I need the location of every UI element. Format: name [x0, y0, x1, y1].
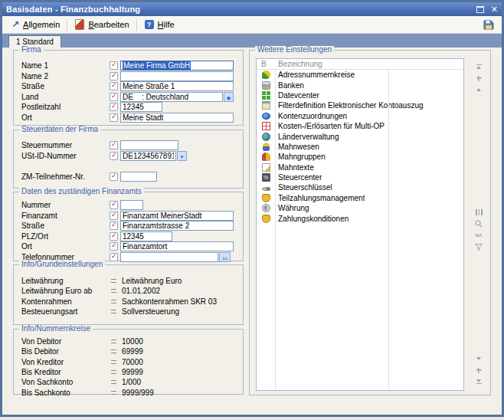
field-check-icon[interactable] — [110, 201, 118, 209]
ustid-input[interactable] — [120, 151, 176, 161]
list-item-steuerschluessel[interactable]: Steuerschlüssel — [257, 182, 463, 192]
info-row: Von Sachkonto 1/000 — [21, 377, 243, 387]
list-item-banken[interactable]: Banken — [257, 80, 463, 90]
list-item-label: Kosten-/Erlösarten für Multi-OP — [275, 122, 385, 130]
sort-alpha-icon[interactable] — [474, 231, 484, 239]
field-check-icon[interactable] — [110, 212, 118, 220]
list-item-adressnummernkreise[interactable]: Adressnummernkreise — [257, 70, 463, 80]
move-down-icon[interactable] — [474, 366, 484, 374]
finanzamt-name-input[interactable] — [120, 211, 234, 221]
list-item-kontenzuordnungen[interactable]: Kontenzuordnungen — [257, 111, 463, 121]
list-item-label: Steuercenter — [275, 173, 322, 182]
info-value: 70000 — [122, 358, 143, 366]
finanzamt-plz-input[interactable] — [120, 231, 172, 241]
menu-item-allgemein[interactable]: Allgemein — [8, 18, 64, 31]
list-item-label: Filterdefinition Elektronischer Kontoaus… — [275, 101, 424, 110]
telefon-combo — [120, 252, 231, 262]
window-title: Basisdaten - Finanzbuchhaltung — [6, 5, 140, 14]
settings-list: B Bezeichnung Adressnummernkreise Banken… — [256, 58, 464, 391]
scroll-down-icon[interactable] — [474, 355, 484, 363]
list-item-waehrung[interactable]: Währung — [257, 203, 463, 213]
search-icon[interactable] — [474, 220, 484, 228]
list-item-mahnwesen[interactable]: Mahnwesen — [257, 142, 463, 152]
field-row: Land DE : Deutschland — [21, 92, 243, 103]
list-item-label: Zahlungskonditionen — [275, 215, 349, 223]
telefonnummer-input[interactable] — [120, 252, 218, 262]
info-value: Sachkontenrahmen SKR 03 — [122, 297, 217, 306]
equals-icon — [111, 279, 116, 283]
list-item-zahlungskonditionen[interactable]: Zahlungskonditionen — [257, 213, 463, 223]
restore-window-button[interactable] — [476, 5, 486, 14]
field-check-icon[interactable] — [110, 152, 118, 160]
info-label: Von Kreditor — [21, 358, 111, 366]
field-check-icon[interactable] — [110, 72, 118, 80]
field-check-icon[interactable] — [110, 242, 118, 251]
close-button[interactable] — [491, 5, 498, 14]
ort-input[interactable] — [120, 113, 234, 123]
filter-icon[interactable] — [474, 243, 484, 251]
land-input[interactable]: DE : Deutschland — [120, 92, 223, 102]
field-label: Ort — [21, 242, 110, 251]
ustid-dropdown-button[interactable] — [177, 151, 187, 161]
column-header-bezeichnung: Bezeichnung — [275, 60, 463, 68]
list-item-teilzahlungsmanagement[interactable]: Teilzahlungsmanagement — [257, 193, 463, 203]
scroll-to-bottom-icon[interactable] — [474, 378, 484, 386]
equals-icon — [111, 310, 116, 313]
list-item-mahntexte[interactable]: Mahntexte — [257, 162, 463, 172]
field-check-icon[interactable] — [110, 172, 118, 181]
name2-input[interactable] — [120, 71, 234, 81]
field-row: Straße — [21, 81, 243, 92]
menu-item-hilfe[interactable]: Hilfe — [141, 18, 178, 31]
strasse-input[interactable] — [120, 81, 234, 91]
field-check-icon[interactable] — [110, 141, 118, 149]
columns-icon[interactable] — [474, 208, 484, 216]
scroll-to-top-icon[interactable] — [474, 63, 484, 71]
field-check-icon[interactable] — [110, 113, 118, 122]
list-item-mahngruppen[interactable]: Mahngruppen — [257, 152, 463, 162]
name1-input[interactable]: Meine Firma GmbH — [120, 61, 234, 71]
finanzamt-strasse-input[interactable] — [120, 221, 234, 231]
field-check-icon[interactable] — [110, 253, 118, 261]
field-check-icon[interactable] — [110, 61, 118, 70]
info-label: Bis Sachkonto — [21, 389, 111, 397]
field-check-icon[interactable] — [110, 103, 118, 111]
zm-teilnehmer-input[interactable] — [120, 172, 157, 182]
finanzamt-ort-input[interactable] — [120, 241, 234, 251]
move-up-icon[interactable] — [474, 74, 484, 82]
list-item-datevcenter[interactable]: Datevcenter — [257, 90, 463, 100]
list-item-laenderverwaltung[interactable]: Länderverwaltung — [257, 131, 463, 141]
finanzamt-nummer-input[interactable] — [120, 200, 143, 210]
postleitzahl-input[interactable] — [120, 102, 162, 112]
scroll-up-icon[interactable] — [474, 86, 484, 94]
field-row: Name 2 — [21, 71, 243, 82]
list-tools-group — [470, 208, 488, 251]
info-label: Bis Debitor — [21, 347, 111, 356]
menu-item-bearbeiten[interactable]: Bearbeiten — [71, 18, 133, 31]
land-lookup-button[interactable] — [224, 92, 234, 102]
phone-icon — [223, 253, 227, 261]
field-label: Postleitzahl — [21, 103, 110, 111]
equals-icon — [111, 289, 116, 293]
field-check-icon[interactable] — [110, 232, 118, 241]
list-header: B Bezeichnung — [257, 59, 463, 70]
list-item-kosten-erloesarten[interactable]: Kosten-/Erlösarten für Multi-OP — [257, 121, 463, 131]
field-check-icon[interactable] — [110, 93, 118, 101]
save-button[interactable] — [483, 19, 494, 30]
list-item-filterdefinition[interactable]: Filterdefinition Elektronischer Kontoaus… — [257, 100, 463, 110]
list-item-steuercenter[interactable]: Steuercenter — [257, 172, 463, 182]
field-label: Ort — [21, 113, 110, 122]
groupbox-title: Daten des zuständigen Finanzamts — [19, 188, 144, 195]
field-check-icon[interactable] — [110, 221, 118, 230]
groupbox-finanzamt: Daten des zuständigen Finanzamts Nummer … — [13, 192, 244, 261]
steuernummer-input[interactable] — [120, 140, 178, 150]
equals-icon — [111, 300, 116, 304]
people-group-icon — [262, 153, 270, 161]
field-row: Name 1 Meine Firma GmbH — [21, 61, 243, 71]
selected-text: Meine Firma GmbH — [123, 61, 191, 70]
field-check-icon[interactable] — [110, 82, 118, 90]
info-label: Kontenrahmen — [21, 297, 111, 306]
field-row: Steuernummer — [21, 140, 243, 151]
dial-button[interactable] — [219, 252, 231, 262]
edit-icon — [75, 19, 84, 30]
key-icon — [262, 187, 270, 191]
